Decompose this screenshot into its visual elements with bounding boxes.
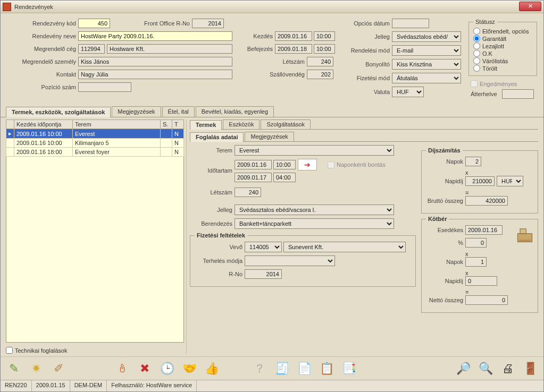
currency-select[interactable]: HUF [392, 87, 424, 97]
penalty-due-input[interactable] [465, 225, 503, 235]
billing-mode-select[interactable] [245, 255, 335, 266]
notes-icon[interactable]: 📑 [340, 360, 358, 378]
subtab-equipment[interactable]: Eszközök [223, 120, 260, 129]
grid-panel: Kezdés időpontja Terem S. T ▸ 2009.01.16… [6, 120, 184, 354]
toolbar: ✎ ✷ ✐ 🕯 ✖ 🕒 🤝 👍 ？ 🧾 📄 📋 📑 🔎 🔍 🖨 🚪 [1, 356, 543, 380]
bk-headcount-input[interactable] [235, 188, 261, 197]
label-daily-rate: Napidíj [426, 178, 463, 184]
clipboard-icon[interactable]: 📋 [317, 360, 336, 378]
order-mode-select[interactable]: E-mail [392, 45, 461, 56]
document-icon[interactable]: 📄 [295, 360, 313, 378]
duration-end-date[interactable] [235, 173, 272, 182]
daily-rate-input[interactable] [465, 176, 495, 186]
days-input[interactable] [465, 157, 481, 166]
magnifier-icon[interactable]: 🔍 [476, 360, 495, 378]
tab-notes[interactable]: Megjegyzések [112, 106, 161, 117]
date-range-icon[interactable]: ➔ [298, 159, 317, 171]
label-gross: Bruttó összeg [426, 198, 463, 204]
col-room[interactable]: Terem [73, 120, 161, 129]
zoom-search-icon[interactable]: 🔎 [454, 360, 472, 378]
cancel-icon[interactable]: ✖ [136, 360, 154, 378]
label-order-mode: Rendelési mód [342, 47, 390, 54]
rno-input[interactable] [245, 269, 282, 279]
subtab-booking-notes[interactable]: Megjegyzések [245, 132, 294, 141]
pencil-icon[interactable]: ✎ [5, 360, 23, 378]
buyer-code-select[interactable]: 114005 [245, 242, 282, 252]
contact-input[interactable] [78, 70, 232, 79]
penalty-daily-rate-input[interactable] [465, 276, 497, 286]
status-radio-deleted[interactable] [473, 65, 480, 72]
payment-mode-select[interactable]: Átutalás [392, 73, 461, 83]
relocated-input[interactable] [502, 89, 534, 99]
tab-food[interactable]: Étel, ital [162, 106, 195, 117]
start-time-input[interactable] [314, 31, 335, 41]
candle-icon[interactable]: 🕯 [113, 360, 131, 378]
label-contact: Kontakt [7, 71, 76, 78]
label-pct: % [426, 240, 463, 246]
end-time-input[interactable] [314, 44, 335, 54]
detail-panel: Termek Eszközök Szolgáltatások Foglalás … [186, 120, 538, 354]
status-radio-waitlist[interactable] [473, 57, 480, 64]
penalty-days-input[interactable] [465, 257, 487, 267]
type-select[interactable]: Svédasztalos ebéd/ [392, 31, 461, 42]
col-t[interactable]: T [172, 120, 184, 129]
technical-bookings-checkbox[interactable] [6, 347, 13, 354]
organizer-select[interactable]: Kiss Krisztina [392, 59, 461, 70]
clock-icon[interactable]: 🕒 [158, 360, 176, 378]
hotel-guest-input[interactable] [307, 70, 333, 79]
duration-start-time[interactable] [273, 160, 296, 169]
status-code: REN220 [1, 380, 32, 391]
fee-currency-select[interactable]: HUF [497, 176, 523, 186]
customer-person-input[interactable] [78, 57, 232, 66]
gross-input[interactable] [465, 196, 508, 206]
handshake-icon[interactable]: 🤝 [180, 360, 198, 378]
option-date-input[interactable] [392, 19, 429, 28]
front-office-input[interactable] [192, 19, 224, 28]
thumbs-up-icon[interactable]: 👍 [203, 360, 221, 378]
event-code-input[interactable] [78, 19, 110, 28]
label-buyer: Vevő [195, 244, 242, 250]
penalty-pct-input[interactable] [465, 238, 487, 248]
end-date-input[interactable] [275, 44, 312, 54]
subtab-rooms[interactable]: Termek [190, 120, 222, 130]
duration-end-time[interactable] [273, 173, 296, 182]
label-customer-person: Megrendelő személy [7, 58, 76, 65]
tab-rooms[interactable]: Termek, eszközök, szolgáltatások [6, 107, 111, 117]
customer-company-name[interactable] [107, 44, 232, 54]
subtab-booking-data[interactable]: Foglalás adatai [190, 132, 244, 142]
customer-company-code[interactable] [78, 44, 105, 54]
star-icon[interactable]: ✷ [27, 360, 45, 378]
brush-icon[interactable]: ✐ [49, 360, 68, 378]
table-row[interactable]: ▸ 2009.01.16 10:00 Everest N [6, 129, 184, 139]
subtab-services[interactable]: Szolgáltatások [261, 120, 311, 129]
status-empty [197, 380, 543, 391]
printer-icon[interactable]: 🖨 [499, 360, 517, 378]
headcount-input[interactable] [307, 57, 333, 66]
room-select[interactable]: Everest [235, 145, 394, 156]
status-radio-guaranteed[interactable] [473, 35, 480, 42]
table-row[interactable]: 2009.01.16 10:00 Kilimanjaro 5 N [6, 139, 184, 148]
tab-finance[interactable]: Bevétel, kiadás, egyenleg [196, 106, 274, 117]
buyer-name-select[interactable]: Sunevent Kft. [283, 242, 406, 252]
col-s[interactable]: S. [161, 120, 172, 129]
status-radio-completed[interactable] [473, 42, 480, 49]
times-1: x [465, 169, 533, 176]
bk-equipment-select[interactable]: Bankett+táncparkett [235, 218, 394, 229]
penalty-net-input[interactable] [465, 295, 508, 305]
status-radio-preordered[interactable] [473, 28, 480, 35]
start-date-input[interactable] [275, 31, 312, 41]
col-start[interactable]: Kezdés időpontja [14, 120, 73, 129]
status-radio-ok[interactable] [473, 50, 480, 57]
cash-register-toolbar-icon[interactable]: 🧾 [273, 360, 291, 378]
bk-type-select[interactable]: Svédasztalos ebéd/vacsora I. [235, 204, 394, 215]
rooms-grid[interactable]: Kezdés időpontja Terem S. T ▸ 2009.01.16… [6, 120, 184, 157]
label-hotel-guest: Szállóvendég [236, 71, 305, 78]
table-row[interactable]: 2009.01.16 18:00 Everest foyer N [6, 148, 184, 157]
event-name-input[interactable] [78, 31, 232, 41]
exit-icon[interactable]: 🚪 [521, 360, 539, 378]
close-icon[interactable]: ✕ [519, 2, 541, 11]
label-p-daily-rate: Napidíj [426, 278, 463, 284]
help-icon[interactable]: ？ [250, 360, 269, 378]
duration-start-date[interactable] [235, 160, 272, 169]
position-no-input[interactable] [78, 82, 131, 92]
